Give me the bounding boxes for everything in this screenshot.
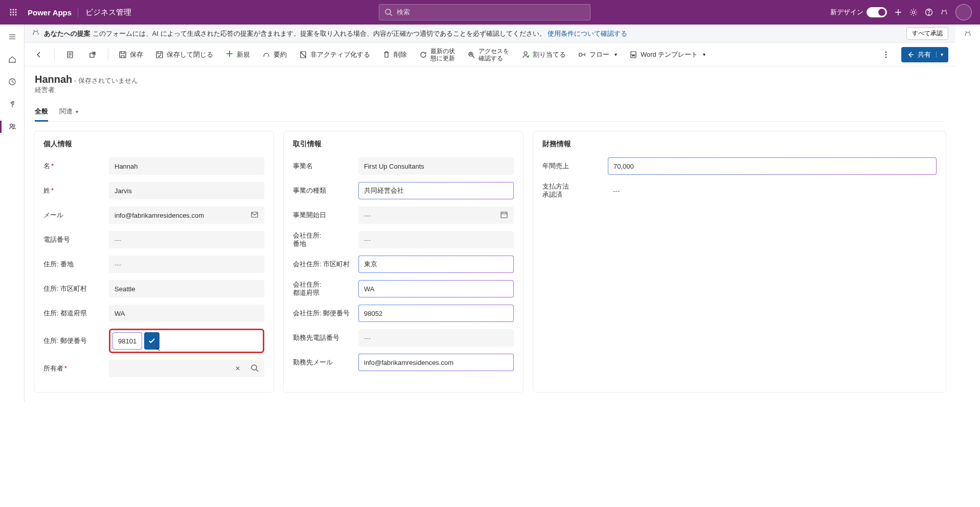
suggestion-terms-link[interactable]: 使用条件について確認する [548, 30, 627, 37]
input-addr-zip[interactable]: 98101 [112, 332, 142, 350]
assign-button[interactable]: 割り当てる [519, 47, 568, 63]
flow-button[interactable]: フロー▾ [576, 47, 619, 63]
field-addr-zip: 住所: 郵便番号 98101 ↖ [43, 329, 264, 353]
check-access-button[interactable]: アクセスを確認する [465, 47, 511, 63]
svg-rect-40 [252, 212, 258, 217]
nav-hamburger-icon[interactable] [0, 28, 25, 46]
tab-general[interactable]: 全般 [35, 103, 48, 121]
brand-name[interactable]: Power Apps [21, 8, 78, 17]
left-nav-rail [0, 25, 25, 402]
value-payment-approved[interactable]: --- [608, 187, 937, 195]
ai-suggestion-bar: あなたへの提案 このフォームには、AI によって生成された応答の提案が含まれます… [25, 25, 955, 43]
input-biz-type[interactable]: 共同経営会社 [358, 182, 514, 199]
input-phone[interactable]: --- [109, 231, 264, 248]
approve-all-button[interactable]: すべて承認 [906, 27, 948, 40]
svg-point-13 [913, 11, 915, 14]
copilot-rail [955, 25, 980, 402]
search-placeholder: 検索 [397, 8, 410, 17]
overflow-icon[interactable] [879, 47, 893, 63]
field-co-city: 会社住所: 市区町村 東京 [293, 255, 514, 273]
add-icon[interactable] [894, 4, 902, 20]
copilot-pane-toggle-icon[interactable] [964, 30, 972, 40]
svg-point-1 [13, 9, 14, 11]
nav-people-icon[interactable] [0, 118, 25, 136]
nav-home-icon[interactable] [0, 50, 25, 68]
refresh-button[interactable]: 最新の状態に更新 [417, 47, 457, 63]
field-biz-name: 事業名 First Up Consultants [293, 157, 514, 175]
field-email: メール info@fabrikamresidences.com [43, 206, 264, 224]
section-transaction: 取引情報 事業名 First Up Consultants 事業の種類 共同経営… [283, 131, 523, 393]
share-button[interactable]: 共有 ▾ [901, 47, 948, 62]
field-payment-approved: 支払方法承認済 --- [542, 181, 937, 200]
nav-recent-icon[interactable] [0, 73, 25, 91]
suggestion-text: このフォームには、AI によって生成された応答の提案が含まれます。提案を取り入れ… [90, 30, 546, 37]
summary-button[interactable]: 要約 [260, 47, 289, 63]
svg-point-2 [15, 9, 17, 11]
word-template-button[interactable]: Word テンプレート▾ [627, 47, 708, 63]
svg-point-20 [10, 124, 12, 127]
record-unsaved-indicator: - 保存されていません [72, 77, 138, 84]
lookup-search-icon[interactable] [250, 364, 259, 374]
toggle-switch[interactable] [867, 7, 887, 17]
record-header: Hannah - 保存されていません 経営者 全般 関連▾ [25, 66, 955, 122]
input-co-city[interactable]: 東京 [358, 256, 514, 273]
svg-point-35 [524, 52, 527, 55]
back-button[interactable] [32, 47, 46, 63]
record-title: Hannah [35, 74, 72, 85]
new-button[interactable]: 新規 [223, 47, 252, 63]
input-addr-state[interactable]: WA [109, 305, 264, 322]
input-co-state[interactable]: WA [358, 280, 514, 297]
svg-point-38 [885, 54, 887, 55]
input-owner[interactable]: ✕ [109, 360, 264, 377]
deactivate-button[interactable]: 非アクティブ化する [297, 47, 372, 63]
open-record-set-icon[interactable] [63, 47, 77, 63]
svg-point-6 [10, 14, 12, 16]
help-icon[interactable] [925, 4, 933, 20]
svg-point-3 [10, 12, 12, 13]
input-biz-start[interactable]: --- [358, 206, 514, 224]
svg-line-32 [301, 52, 306, 57]
search-box[interactable]: 検索 [379, 4, 590, 20]
input-addr-street[interactable]: --- [109, 256, 264, 273]
new-design-toggle[interactable]: 新デザイン [830, 4, 887, 20]
input-first-name[interactable]: Hannah [109, 157, 264, 175]
settings-icon[interactable] [909, 4, 918, 20]
svg-point-41 [252, 365, 257, 370]
input-co-street[interactable]: --- [358, 231, 514, 248]
field-owner: 所有者* ✕ [43, 359, 264, 378]
input-work-phone[interactable]: --- [358, 329, 514, 347]
save-button[interactable]: 保存 [117, 47, 145, 63]
svg-point-21 [13, 125, 15, 127]
copilot-icon[interactable] [940, 4, 948, 20]
app-name[interactable]: ビジネス管理 [78, 8, 139, 17]
input-last-name[interactable]: Jarvis [109, 182, 264, 199]
global-header: Power Apps ビジネス管理 検索 新デザイン [0, 0, 980, 25]
save-close-button[interactable]: 保存して閉じる [153, 47, 215, 63]
input-biz-name[interactable]: First Up Consultants [358, 157, 514, 175]
input-co-zip[interactable]: 98052 [358, 305, 514, 322]
svg-rect-43 [501, 212, 507, 218]
field-last-name: 姓* Jarvis [43, 181, 264, 200]
app-launcher-icon[interactable] [5, 4, 21, 20]
nav-pinned-icon[interactable] [0, 95, 25, 113]
field-co-state: 会社住所:都道府県 WA [293, 280, 514, 298]
section-personal-title: 個人情報 [43, 140, 264, 149]
delete-button[interactable]: 削除 [380, 47, 409, 63]
user-avatar[interactable] [955, 4, 972, 20]
field-biz-start: 事業開始日 --- [293, 206, 514, 224]
field-addr-street: 住所: 番地 --- [43, 255, 264, 273]
svg-point-5 [15, 12, 17, 13]
accept-suggestion-button[interactable]: ↖ [144, 332, 159, 350]
clear-owner-icon[interactable]: ✕ [235, 365, 240, 372]
input-work-email[interactable]: info@fabrikamresidences.com [358, 354, 514, 371]
calendar-icon[interactable] [500, 211, 508, 220]
input-email[interactable]: info@fabrikamresidences.com [109, 206, 264, 224]
field-phone: 電話番号 --- [43, 231, 264, 249]
field-first-name: 名* Hannah [43, 157, 264, 175]
popout-icon[interactable] [85, 47, 100, 63]
main-content: あなたへの提案 このフォームには、AI によって生成された応答の提案が含まれます… [25, 25, 955, 402]
tab-related[interactable]: 関連▾ [59, 103, 78, 121]
input-addr-city[interactable]: Seattle [109, 280, 264, 297]
svg-point-15 [928, 14, 929, 14]
input-revenue[interactable]: 70,000 [608, 157, 937, 175]
